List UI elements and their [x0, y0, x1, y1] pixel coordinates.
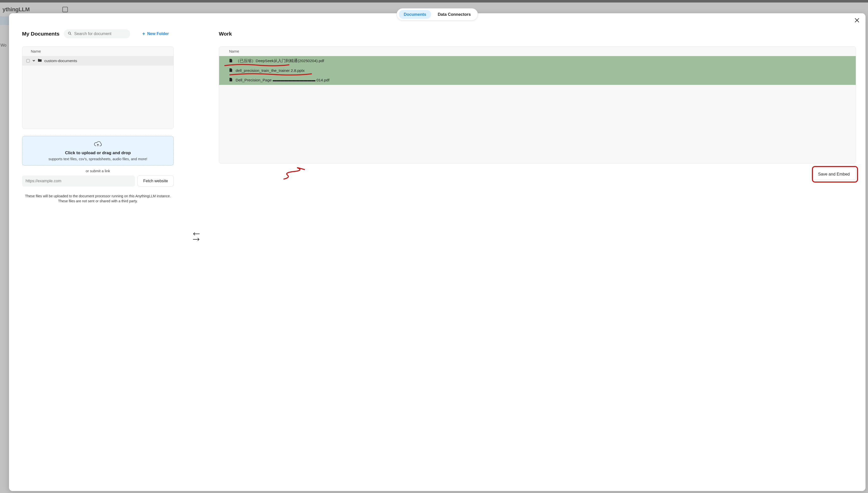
file-name: （已压缩）DeepSeek从入门到精通(20250204).pdf	[236, 58, 324, 64]
my-documents-panel: My Documents + New Folder Name	[16, 28, 176, 486]
workspace-panel: Work Name （已压缩）DeepSeek从入门到精通(20250204).…	[216, 28, 859, 486]
plus-icon: +	[142, 31, 145, 36]
folder-name: custom-documents	[44, 59, 77, 63]
upload-title: Click to upload or drag and drop	[65, 150, 131, 155]
file-icon	[229, 78, 233, 83]
new-folder-label: New Folder	[147, 31, 169, 36]
or-submit-label: or submit a link	[22, 169, 174, 173]
move-right-button[interactable]	[193, 237, 200, 243]
file-icon	[229, 59, 233, 64]
tab-data-connectors[interactable]: Data Connectors	[433, 10, 476, 19]
documents-modal: Documents Data Connectors My Documents +…	[9, 13, 866, 491]
upload-dropzone[interactable]: Click to upload or drag and drop support…	[22, 136, 174, 166]
chevron-down-icon[interactable]	[32, 59, 35, 63]
workspace-file-list: Name （已压缩）DeepSeek从入门到精通(20250204).pdf d…	[219, 46, 856, 164]
search-icon	[68, 31, 72, 36]
svg-line-1	[70, 34, 71, 35]
upload-subtitle: supports text files, csv's, spreadsheets…	[48, 157, 147, 161]
file-row[interactable]: （已压缩）DeepSeek从入门到精通(20250204).pdf	[219, 56, 856, 66]
close-button[interactable]	[853, 17, 861, 24]
file-name: Dell_Precision_Page ▬▬▬▬▬▬▬▬▬▬▬ 014.pdf	[236, 78, 329, 82]
file-icon	[229, 68, 233, 73]
save-and-embed-button[interactable]: Save and Embed	[812, 168, 856, 180]
folder-checkbox[interactable]	[26, 59, 30, 63]
workspace-title: Work	[219, 31, 232, 37]
source-name-header: Name	[22, 47, 174, 56]
source-file-list: Name custom-documents	[22, 46, 174, 129]
move-left-button[interactable]	[193, 232, 200, 237]
tab-documents[interactable]: Documents	[399, 10, 431, 19]
folder-icon	[38, 59, 42, 63]
disclaimer-text: These files will be uploaded to the docu…	[22, 194, 174, 204]
file-name: dell_precision_train_the_trainer 2.8.ppt…	[236, 68, 305, 73]
search-wrap[interactable]	[64, 29, 130, 38]
cloud-upload-icon	[94, 141, 102, 149]
workspace-name-header: Name	[219, 47, 856, 56]
tab-switcher: Documents Data Connectors	[396, 8, 478, 21]
close-icon	[854, 18, 860, 23]
file-row[interactable]: dell_precision_train_the_trainer 2.8.ppt…	[219, 66, 856, 76]
folder-row[interactable]: custom-documents	[22, 56, 174, 66]
transfer-controls	[176, 28, 216, 486]
fetch-website-button[interactable]: Fetch website	[137, 175, 174, 187]
file-row[interactable]: Dell_Precision_Page ▬▬▬▬▬▬▬▬▬▬▬ 014.pdf	[219, 76, 856, 85]
url-input[interactable]	[22, 175, 135, 187]
my-documents-title: My Documents	[22, 31, 59, 37]
search-input[interactable]	[74, 31, 126, 36]
new-folder-button[interactable]: + New Folder	[142, 31, 169, 36]
